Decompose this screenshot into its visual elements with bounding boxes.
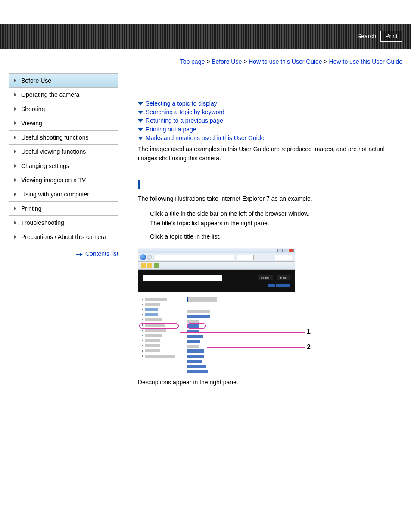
down-triangle-icon bbox=[138, 102, 143, 106]
sidebar-item-printing[interactable]: Printing bbox=[9, 201, 118, 216]
caret-icon bbox=[14, 136, 16, 139]
caret-icon bbox=[14, 164, 16, 168]
callout-2: 2 bbox=[307, 343, 311, 351]
sidebar-item-troubleshooting[interactable]: Troubleshooting bbox=[9, 215, 118, 230]
caret-icon bbox=[14, 150, 16, 153]
toc-link[interactable]: Returning to a previous page bbox=[146, 117, 223, 124]
callout-line-2 bbox=[207, 347, 305, 348]
toc-link[interactable]: Searching a topic by keyword bbox=[146, 109, 224, 115]
caret-icon bbox=[14, 121, 16, 125]
highlight-sidebar bbox=[139, 323, 179, 329]
callout-1: 1 bbox=[307, 328, 311, 336]
search-link[interactable]: Search bbox=[357, 33, 376, 40]
down-triangle-icon bbox=[138, 119, 143, 123]
illu-search-button: Search bbox=[258, 275, 273, 280]
sidebar-item-useful-shooting[interactable]: Useful shooting functions bbox=[9, 130, 118, 145]
star-icon bbox=[141, 263, 146, 268]
sidebar-item-precautions[interactable]: Precautions / About this camera bbox=[9, 230, 118, 244]
main-content: Selecting a topic to display Searching a… bbox=[118, 74, 402, 386]
breadcrumb-top[interactable]: Top page bbox=[180, 58, 205, 65]
caret-icon bbox=[14, 235, 16, 239]
breadcrumb-current: How to use this User Guide bbox=[329, 58, 402, 65]
callout-line-1 bbox=[180, 332, 305, 333]
page-toc: Selecting a topic to display Searching a… bbox=[138, 100, 402, 141]
section-bar-icon bbox=[138, 180, 140, 189]
sidebar-item-label: Before Use bbox=[21, 77, 51, 84]
sidebar-item-operating-camera[interactable]: Operating the camera bbox=[9, 87, 118, 102]
sidebar-item-label: Viewing bbox=[21, 120, 42, 127]
sidebar-item-computer[interactable]: Using with your computer bbox=[9, 187, 118, 202]
breadcrumb-l1[interactable]: Before Use bbox=[212, 58, 242, 65]
sidebar-item-changing-settings[interactable]: Changing settings bbox=[9, 159, 118, 173]
illu-browser-window: Search Print bbox=[138, 248, 295, 370]
toc-link[interactable]: Selecting a topic to display bbox=[146, 100, 217, 107]
intro-text: The following illustrations take Interne… bbox=[138, 194, 402, 203]
star-icon bbox=[147, 263, 152, 268]
highlight-topic bbox=[187, 323, 206, 329]
breadcrumb: Top page > Before Use > How to use this … bbox=[0, 49, 411, 65]
sidebar-item-label: Shooting bbox=[21, 106, 45, 112]
down-triangle-icon bbox=[138, 137, 143, 140]
sidebar-item-label: Useful viewing functions bbox=[21, 148, 86, 155]
sidebar-item-label: Troubleshooting bbox=[21, 219, 64, 226]
sidebar-item-shooting[interactable]: Shooting bbox=[9, 102, 118, 116]
breadcrumb-l2[interactable]: How to use this User Guide bbox=[249, 58, 322, 65]
toc-link[interactable]: Marks and notations used in this User Gu… bbox=[146, 134, 264, 141]
sidebar-item-viewing-tv[interactable]: Viewing images on a TV bbox=[9, 173, 118, 187]
steps: Click a title in the side bar on the lef… bbox=[150, 209, 402, 242]
down-triangle-icon bbox=[138, 111, 143, 114]
caret-icon bbox=[14, 207, 16, 210]
print-button[interactable]: Print bbox=[380, 31, 402, 42]
sidebar-item-label: Useful shooting functions bbox=[21, 134, 88, 141]
sidebar-item-label: Viewing images on a TV bbox=[21, 177, 86, 184]
toc-link[interactable]: Printing out a page bbox=[146, 126, 196, 133]
arrow-right-icon bbox=[76, 253, 84, 256]
caret-icon bbox=[14, 107, 16, 111]
caret-icon bbox=[14, 193, 16, 196]
caret-icon bbox=[14, 93, 16, 96]
sidebar-item-useful-viewing[interactable]: Useful viewing functions bbox=[9, 144, 118, 159]
note-text: The images used as examples in this User… bbox=[138, 145, 402, 163]
header-banner: Search Print bbox=[0, 24, 411, 49]
caret-icon bbox=[14, 79, 16, 82]
illustration: Search Print bbox=[138, 248, 312, 370]
step-1a: Click a title in the side bar on the lef… bbox=[150, 209, 402, 219]
sidebar-item-viewing[interactable]: Viewing bbox=[9, 116, 118, 131]
contents-list-link-wrap: Contents list bbox=[9, 250, 118, 257]
step-1b: The title's topic list appears in the ri… bbox=[150, 219, 402, 228]
sidebar-item-label: Changing settings bbox=[21, 162, 69, 169]
sidebar-item-label: Precautions / About this camera bbox=[21, 233, 106, 240]
sidebar-item-before-use[interactable]: Before Use bbox=[9, 73, 118, 88]
down-triangle-icon bbox=[138, 128, 143, 131]
sidebar-item-label: Using with your computer bbox=[21, 191, 89, 198]
caret-icon bbox=[14, 178, 16, 182]
sidebar-item-label: Printing bbox=[21, 205, 41, 212]
sidebar: Before Use Operating the camera Shooting… bbox=[9, 74, 118, 257]
forward-icon bbox=[147, 255, 152, 260]
sidebar-item-label: Operating the camera bbox=[21, 91, 79, 98]
contents-list-link[interactable]: Contents list bbox=[85, 250, 118, 257]
divider bbox=[138, 92, 402, 92]
after-text: Descriptions appear in the right pane. bbox=[138, 379, 402, 386]
illu-print-button: Print bbox=[277, 275, 290, 280]
back-icon bbox=[140, 254, 146, 260]
caret-icon bbox=[14, 221, 16, 224]
step-2: Click a topic title in the list. bbox=[150, 232, 402, 242]
